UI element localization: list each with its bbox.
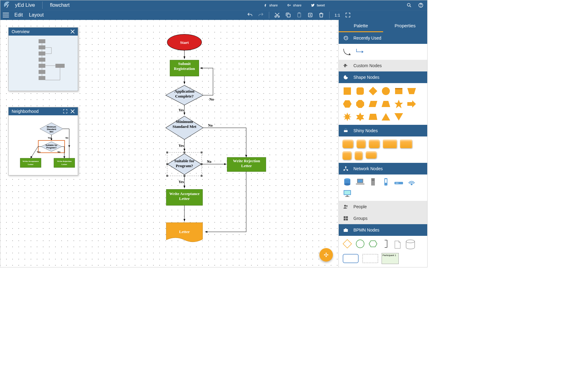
node-reject-label: Write Rejection Letter bbox=[227, 159, 266, 168]
net-monitor[interactable] bbox=[342, 189, 352, 198]
menu-layout[interactable]: Layout bbox=[29, 12, 44, 18]
share-twitter[interactable]: tweet bbox=[311, 3, 325, 7]
svg-marker-80 bbox=[407, 88, 416, 94]
bpmn-doc[interactable] bbox=[394, 239, 402, 250]
svg-rect-130 bbox=[363, 254, 378, 263]
svg-line-1 bbox=[410, 6, 411, 7]
paste-icon[interactable] bbox=[296, 12, 302, 18]
edge-label-yes2: Yes bbox=[179, 144, 184, 148]
svg-point-68 bbox=[326, 253, 327, 254]
shape-circle[interactable] bbox=[381, 86, 391, 96]
section-groups[interactable]: Groups bbox=[339, 213, 427, 224]
googleplus-icon bbox=[287, 3, 291, 7]
fullscreen-icon[interactable] bbox=[345, 12, 351, 18]
shape-trapezoid3[interactable] bbox=[368, 112, 378, 122]
shiny-8[interactable] bbox=[366, 151, 377, 159]
bpmn-dashed[interactable] bbox=[362, 253, 379, 264]
node-start[interactable] bbox=[167, 34, 202, 50]
net-phone[interactable] bbox=[381, 178, 391, 186]
zoom-fit[interactable]: 1:1 bbox=[334, 13, 340, 17]
shape-triangle[interactable] bbox=[381, 112, 391, 122]
svg-rect-57 bbox=[166, 151, 168, 153]
app-name: yEd Live bbox=[15, 2, 35, 8]
edge-poly-thumb[interactable] bbox=[355, 47, 365, 57]
net-laptop[interactable] bbox=[355, 178, 365, 186]
share-googleplus[interactable]: share bbox=[287, 3, 302, 7]
shape-diamond[interactable] bbox=[368, 86, 378, 96]
shape-roundrect[interactable] bbox=[355, 86, 365, 96]
fab-button[interactable] bbox=[319, 248, 333, 262]
bpmn-participant[interactable]: Participant 1 bbox=[382, 253, 399, 264]
svg-point-95 bbox=[346, 129, 347, 130]
cut-icon[interactable] bbox=[274, 12, 280, 18]
shiny-3[interactable] bbox=[369, 140, 380, 148]
net-server[interactable] bbox=[368, 178, 378, 186]
bpmn-db[interactable] bbox=[405, 239, 416, 250]
svg-point-71 bbox=[327, 254, 328, 255]
search-icon[interactable] bbox=[406, 2, 412, 8]
svg-marker-86 bbox=[407, 100, 416, 108]
shiny-2[interactable] bbox=[356, 140, 366, 148]
menu-edit[interactable]: Edit bbox=[14, 12, 23, 18]
bpmn-diamond[interactable] bbox=[342, 239, 352, 249]
shape-octagon[interactable] bbox=[355, 99, 365, 109]
shape-star5[interactable] bbox=[394, 99, 404, 109]
shiny-7[interactable] bbox=[355, 151, 363, 160]
duplicate-icon[interactable] bbox=[307, 12, 313, 18]
tab-properties[interactable]: Properties bbox=[383, 20, 428, 32]
bpmn-hex[interactable] bbox=[368, 239, 378, 249]
shape-trapezoid2[interactable] bbox=[407, 86, 417, 96]
svg-rect-123 bbox=[346, 219, 348, 220]
bpmn-rect[interactable] bbox=[342, 253, 359, 264]
history-icon bbox=[343, 35, 349, 41]
svg-rect-59 bbox=[201, 151, 202, 153]
undo-icon[interactable] bbox=[247, 12, 253, 18]
shape-trapezoid[interactable] bbox=[381, 99, 391, 109]
section-shiny-nodes[interactable]: Shiny Nodes bbox=[339, 125, 427, 136]
svg-rect-129 bbox=[343, 254, 358, 263]
net-modem[interactable] bbox=[394, 178, 404, 186]
shiny-icon bbox=[343, 128, 349, 133]
document-name[interactable]: flowchart bbox=[50, 2, 70, 8]
edge-bezier-thumb[interactable] bbox=[342, 47, 352, 57]
separator bbox=[269, 12, 269, 18]
section-custom-nodes[interactable]: Custom Nodes bbox=[339, 60, 427, 71]
puzzle-icon bbox=[343, 63, 349, 68]
section-bpmn-nodes[interactable]: BPMN Nodes bbox=[339, 224, 427, 236]
net-wifi[interactable] bbox=[407, 178, 417, 186]
shape-rect3d[interactable] bbox=[394, 86, 404, 96]
bpmn-bracket[interactable] bbox=[381, 239, 391, 249]
shape-parallelogram[interactable] bbox=[368, 99, 378, 109]
menu-icon[interactable] bbox=[3, 12, 9, 18]
svg-rect-124 bbox=[344, 229, 348, 232]
shape-square[interactable] bbox=[342, 86, 352, 96]
shape-triangle-down[interactable] bbox=[394, 112, 404, 122]
net-database[interactable] bbox=[342, 178, 352, 186]
redo-icon[interactable] bbox=[258, 12, 264, 18]
shiny-1[interactable] bbox=[342, 140, 353, 148]
shiny-6[interactable] bbox=[342, 151, 352, 160]
section-network-nodes[interactable]: Network Nodes bbox=[339, 163, 427, 174]
bpmn-circle[interactable] bbox=[355, 239, 365, 249]
section-recently-used[interactable]: Recently Used bbox=[339, 32, 427, 44]
delete-icon[interactable] bbox=[318, 12, 324, 18]
edge-label-no2: No bbox=[208, 123, 213, 128]
help-icon[interactable] bbox=[418, 2, 424, 8]
shape-hexagon[interactable] bbox=[342, 99, 352, 109]
shape-star6[interactable] bbox=[355, 112, 365, 122]
shape-star8[interactable] bbox=[342, 112, 352, 122]
section-people[interactable]: People bbox=[339, 201, 427, 213]
copy-icon[interactable] bbox=[285, 12, 291, 18]
node-letter[interactable] bbox=[166, 223, 202, 242]
svg-rect-107 bbox=[372, 180, 374, 181]
tab-palette[interactable]: Palette bbox=[339, 20, 383, 32]
shape-fatarrow[interactable] bbox=[407, 99, 417, 109]
svg-point-119 bbox=[346, 205, 348, 207]
svg-rect-79 bbox=[395, 88, 402, 89]
section-shape-nodes[interactable]: Shape Nodes bbox=[339, 71, 427, 83]
shiny-5[interactable] bbox=[400, 140, 412, 148]
shiny-4[interactable] bbox=[383, 140, 397, 148]
people-label: People bbox=[353, 204, 367, 209]
network-nodes-label: Network Nodes bbox=[353, 166, 383, 171]
share-facebook[interactable]: share bbox=[263, 3, 278, 7]
